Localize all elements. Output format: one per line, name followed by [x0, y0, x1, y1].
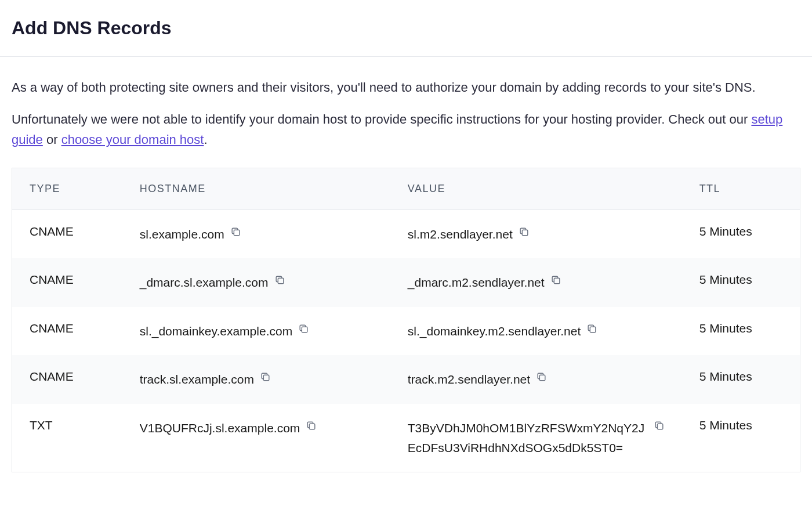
section-divider [0, 56, 812, 57]
hostname-text: _dmarc.sl.example.com [140, 273, 269, 292]
table-row: CNAMEsl.example.comsl.m2.sendlayer.net5 … [12, 209, 800, 258]
copy-icon[interactable] [654, 420, 665, 431]
cell-ttl: 5 Minutes [682, 404, 800, 472]
cell-value: track.m2.sendlayer.net [390, 355, 682, 404]
header-value: VALUE [390, 168, 682, 209]
cell-hostname: track.sl.example.com [122, 355, 390, 404]
table-row: CNAMEtrack.sl.example.comtrack.m2.sendla… [12, 355, 800, 404]
svg-rect-9 [657, 424, 663, 429]
cell-value: sl._domainkey.m2.sendlayer.net [390, 307, 682, 356]
cell-hostname: V1BQUFRcJj.sl.example.com [122, 404, 390, 472]
cell-hostname: _dmarc.sl.example.com [122, 258, 390, 307]
intro-text-before: Unfortunately we were not able to identi… [12, 112, 751, 127]
svg-rect-7 [539, 375, 545, 381]
value-text: sl._domainkey.m2.sendlayer.net [408, 321, 581, 341]
hostname-text: sl.example.com [140, 225, 224, 244]
svg-rect-5 [590, 327, 596, 333]
cell-type: CNAME [12, 209, 122, 258]
copy-icon[interactable] [230, 226, 241, 237]
table-row: CNAME_dmarc.sl.example.com_dmarc.m2.send… [12, 258, 800, 307]
svg-rect-8 [310, 424, 316, 429]
cell-type: CNAME [12, 258, 122, 307]
cell-type: TXT [12, 404, 122, 472]
hostname-text: V1BQUFRcJj.sl.example.com [140, 418, 300, 438]
copy-icon[interactable] [586, 323, 597, 334]
table-header-row: TYPE HOSTNAME VALUE TTL [12, 168, 800, 209]
cell-value: T3ByVDhJM0hOM1BlYzRFSWxmY2NqY2JEcDFsU3Vi… [390, 404, 682, 472]
copy-icon[interactable] [306, 420, 317, 431]
svg-rect-3 [554, 278, 560, 284]
svg-rect-0 [234, 230, 240, 236]
page-title: Add DNS Records [12, 17, 800, 39]
copy-icon[interactable] [550, 274, 561, 286]
copy-icon[interactable] [519, 226, 530, 237]
svg-rect-4 [302, 327, 307, 333]
svg-rect-1 [522, 230, 528, 236]
copy-icon[interactable] [536, 371, 547, 382]
table-row: CNAMEsl._domainkey.example.comsl._domain… [12, 307, 800, 356]
intro-text-after: . [204, 132, 207, 147]
cell-value: _dmarc.m2.sendlayer.net [390, 258, 682, 307]
hostname-text: track.sl.example.com [140, 370, 254, 389]
copy-icon[interactable] [274, 274, 285, 286]
dns-records-table: TYPE HOSTNAME VALUE TTL CNAMEsl.example.… [12, 168, 800, 473]
header-type: TYPE [12, 168, 122, 209]
intro-paragraph-1: As a way of both protecting site owners … [12, 77, 800, 97]
header-hostname: HOSTNAME [122, 168, 390, 209]
cell-value: sl.m2.sendlayer.net [390, 209, 682, 258]
cell-ttl: 5 Minutes [682, 258, 800, 307]
value-text: T3ByVDhJM0hOM1BlYzRFSWxmY2NqY2JEcDFsU3Vi… [408, 418, 648, 457]
copy-icon[interactable] [260, 371, 271, 382]
table-row: TXTV1BQUFRcJj.sl.example.comT3ByVDhJM0hO… [12, 404, 800, 472]
copy-icon[interactable] [298, 323, 309, 334]
value-text: _dmarc.m2.sendlayer.net [408, 273, 545, 292]
hostname-text: sl._domainkey.example.com [140, 321, 292, 341]
intro-text-mid: or [43, 132, 61, 147]
svg-rect-6 [263, 375, 269, 381]
cell-ttl: 5 Minutes [682, 355, 800, 404]
cell-ttl: 5 Minutes [682, 307, 800, 356]
intro-paragraph-2: Unfortunately we were not able to identi… [12, 109, 800, 150]
cell-type: CNAME [12, 307, 122, 356]
value-text: track.m2.sendlayer.net [408, 370, 530, 389]
header-ttl: TTL [682, 168, 800, 209]
svg-rect-2 [278, 278, 284, 284]
value-text: sl.m2.sendlayer.net [408, 225, 513, 244]
cell-hostname: sl._domainkey.example.com [122, 307, 390, 356]
cell-hostname: sl.example.com [122, 209, 390, 258]
cell-ttl: 5 Minutes [682, 209, 800, 258]
choose-domain-host-link[interactable]: choose your domain host [61, 132, 204, 147]
cell-type: CNAME [12, 355, 122, 404]
